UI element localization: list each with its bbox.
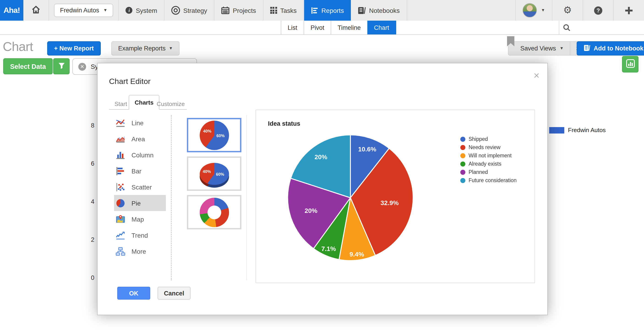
map-chart-icon: [116, 214, 126, 224]
user-menu[interactable]: ▼: [515, 0, 552, 21]
chart-type-bar[interactable]: Bar: [114, 163, 166, 179]
home-button[interactable]: [23, 0, 49, 21]
add-to-notebook-button[interactable]: Add to Notebook ▼: [577, 41, 644, 56]
chart-type-scatter[interactable]: Scatter: [114, 179, 166, 195]
grid-icon: [270, 7, 277, 14]
pie-legend: ShippedNeeds reviewWill not implementAlr…: [460, 135, 517, 185]
workspace-label: Fredwin Autos: [60, 7, 99, 14]
chart-type-list: LineAreaColumnBarScatterPieMapTrendMore: [114, 115, 166, 259]
home-icon: [32, 6, 40, 15]
example-reports-dropdown[interactable]: Example Reports▼: [111, 41, 180, 56]
thumbnail-pie-2d[interactable]: 40%60%: [187, 118, 242, 152]
calendar-icon: [222, 7, 230, 14]
more-chart-icon: [116, 246, 126, 256]
modal-tabs: StartChartsCustomize: [109, 97, 187, 110]
cancel-button[interactable]: Cancel: [158, 287, 190, 300]
chart-type-area[interactable]: Area: [114, 131, 166, 147]
select-data-button[interactable]: Select Data: [3, 58, 53, 74]
workspace-cell: Fredwin Autos ▼: [49, 0, 119, 21]
nav-item-projects[interactable]: Projects: [214, 0, 263, 21]
report-subnav: ListPivotTimelineChart: [0, 21, 644, 35]
target-icon: [171, 6, 180, 15]
divider: [171, 115, 172, 280]
chart-editor-modal: × Chart Editor StartChartsCustomize Line…: [97, 63, 548, 315]
main-nav: iSystemStrategyProjectsTasksReportsNoteb…: [119, 0, 407, 21]
legend-dot: [460, 170, 465, 175]
page-title: Chart: [3, 40, 33, 54]
legend-dot: [460, 153, 465, 158]
add-button[interactable]: [613, 0, 644, 21]
tab-timeline[interactable]: Timeline: [331, 21, 367, 34]
y-tick-label: 0: [77, 274, 94, 281]
nav-item-notebooks[interactable]: Notebooks: [351, 0, 407, 21]
pie-slice-label: 20%: [314, 153, 327, 161]
chevron-down-icon: ▼: [103, 8, 108, 12]
book-icon: [358, 7, 366, 14]
scatter-chart-icon: [116, 182, 126, 192]
pie-chart: 10.6%32.9%9.4%7.1%20%20%: [284, 131, 417, 265]
chart-type-map[interactable]: Map: [114, 211, 166, 227]
help-button[interactable]: ?: [582, 0, 613, 21]
nav-item-strategy[interactable]: Strategy: [164, 0, 214, 21]
chevron-down-icon: ▼: [541, 8, 545, 12]
legend-dot: [460, 145, 465, 150]
close-icon[interactable]: ×: [532, 69, 542, 83]
column-chart-icon: [116, 150, 126, 160]
plus-icon: [625, 7, 632, 14]
gear-icon: ⚙: [563, 6, 572, 15]
legend-label: Fredwin Autos: [568, 127, 606, 133]
navbar-right: ▼ ⚙ ?: [515, 0, 644, 21]
app-window: Aha! Fredwin Autos ▼ iSystemStrategyProj…: [0, 0, 644, 334]
chevron-down-icon: ▼: [560, 46, 564, 51]
chart-preview-panel: Idea status 10.6%32.9%9.4%7.1%20%20% Shi…: [256, 110, 535, 283]
pie-variant-thumbnails: 40%60%40%60%: [187, 118, 242, 234]
modal-tab-customize[interactable]: Customize: [151, 98, 190, 110]
new-report-button[interactable]: + New Report: [47, 41, 100, 56]
tab-pivot[interactable]: Pivot: [304, 21, 331, 34]
top-navbar: Aha! Fredwin Autos ▼ iSystemStrategyProj…: [0, 0, 644, 21]
thumbnail-pie-3d[interactable]: 40%60%: [187, 156, 242, 191]
help-icon: ?: [594, 6, 602, 15]
divider: [559, 21, 559, 34]
tab-chart[interactable]: Chart: [367, 21, 396, 34]
chart-type-column[interactable]: Column: [114, 147, 166, 163]
line-chart-icon: [116, 118, 126, 128]
remove-filter-icon[interactable]: ✕: [78, 63, 86, 70]
chart-type-pie[interactable]: Pie: [114, 195, 166, 211]
saved-views-dropdown[interactable]: Saved Views▼: [508, 41, 570, 56]
info-icon: i: [126, 7, 132, 14]
ok-button[interactable]: OK: [117, 287, 150, 300]
view-tabs: ListPivotTimelineChart: [281, 21, 396, 34]
y-tick-label: 2: [77, 236, 94, 243]
search-icon[interactable]: [563, 24, 571, 34]
thumbnail-donut[interactable]: [187, 195, 242, 229]
chart-type-more[interactable]: More: [114, 243, 166, 259]
legend-item: Future consideration: [460, 176, 517, 185]
pie-slice-label: 10.6%: [358, 145, 376, 153]
pie-slice-label: 9.4%: [350, 250, 364, 258]
legend-item: Shipped: [460, 135, 517, 143]
nav-item-tasks[interactable]: Tasks: [263, 0, 304, 21]
legend-item: Will not implement: [460, 151, 517, 160]
funnel-icon: [58, 62, 65, 70]
pie-slice-label: 7.1%: [321, 245, 336, 252]
bar-chart-icon: [116, 166, 126, 176]
y-tick-label: 8: [77, 122, 94, 129]
chart-type-line[interactable]: Line: [114, 115, 166, 131]
chart-settings-button[interactable]: [622, 56, 638, 73]
legend-dot: [460, 178, 465, 183]
aha-logo[interactable]: Aha!: [0, 0, 23, 21]
filter-button[interactable]: [53, 58, 70, 74]
workspace-dropdown[interactable]: Fredwin Autos ▼: [54, 4, 113, 17]
nav-item-system[interactable]: iSystem: [119, 0, 164, 21]
chart-type-trend[interactable]: Trend: [114, 227, 166, 243]
notebook-icon: [584, 44, 590, 53]
legend-swatch: [549, 127, 564, 133]
nav-item-reports[interactable]: Reports: [304, 0, 351, 21]
settings-button[interactable]: ⚙: [552, 0, 582, 21]
tab-list[interactable]: List: [281, 21, 304, 34]
y-tick-label: 4: [77, 198, 94, 205]
legend-item: Already exists: [460, 160, 517, 168]
pie-chart-icon: [116, 198, 126, 208]
bar-chart-icon: [626, 59, 634, 69]
